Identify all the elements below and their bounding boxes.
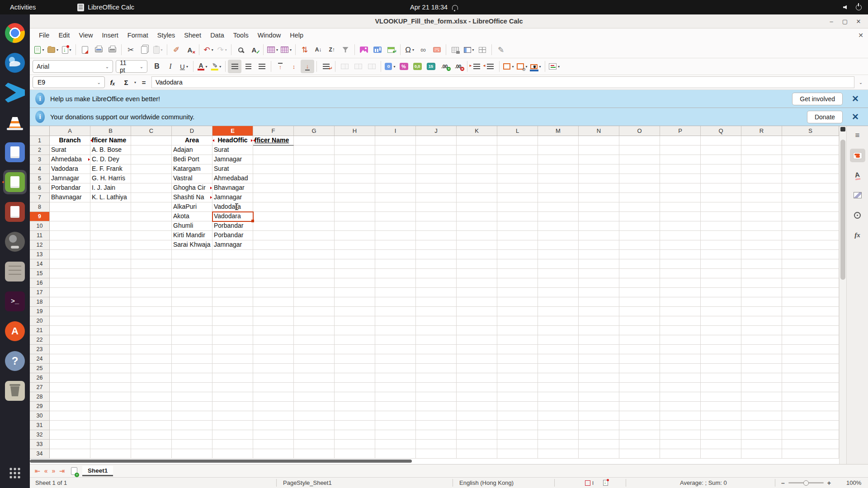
cell-H2[interactable] <box>335 145 375 155</box>
cell-A2[interactable]: Surat <box>50 145 90 155</box>
cell-C16[interactable] <box>131 278 172 288</box>
cell-N23[interactable] <box>579 345 619 354</box>
cell-R10[interactable] <box>741 221 782 231</box>
cell-N11[interactable] <box>579 231 619 240</box>
cell-K28[interactable] <box>457 392 497 402</box>
add-decimal-place-button[interactable]: .00 <box>438 60 451 73</box>
cell-Q22[interactable] <box>701 335 741 345</box>
cell-F18[interactable] <box>253 297 294 307</box>
cell-H28[interactable] <box>335 392 375 402</box>
cell-G24[interactable] <box>294 354 335 364</box>
cell-K13[interactable] <box>457 250 497 259</box>
fill-handle[interactable] <box>251 220 254 222</box>
cell-D34[interactable] <box>172 449 212 459</box>
cell-C30[interactable] <box>131 411 172 421</box>
format-as-number-button[interactable]: 0,0 <box>410 60 424 73</box>
menu-file[interactable]: File <box>34 30 54 40</box>
sidebar-sidebar-settings-button[interactable]: ≡ <box>850 129 865 142</box>
cell-D17[interactable] <box>172 288 212 297</box>
row-header-28[interactable]: 28 <box>30 392 50 402</box>
highlighting-color-button[interactable]: ✐▾ <box>209 60 223 73</box>
row-header-12[interactable]: 12 <box>30 240 50 250</box>
cell-R6[interactable] <box>741 183 782 193</box>
zoom-out-icon[interactable]: – <box>781 479 785 487</box>
border-color-dropdown-icon[interactable]: ▾ <box>539 65 541 69</box>
cell-B30[interactable] <box>90 411 131 421</box>
cell-S29[interactable] <box>782 402 839 411</box>
cell-D21[interactable] <box>172 326 212 335</box>
cell-O24[interactable] <box>619 354 660 364</box>
cell-M30[interactable] <box>538 411 579 421</box>
insert-special-character-button[interactable]: Ω▾ <box>403 43 416 56</box>
font-size-combo[interactable]: 11 pt ⌄ <box>116 60 147 73</box>
row-header-22[interactable]: 22 <box>30 335 50 345</box>
cell-L10[interactable] <box>497 221 538 231</box>
cell-J19[interactable] <box>416 307 457 316</box>
cell-N28[interactable] <box>579 392 619 402</box>
cell-S22[interactable] <box>782 335 839 345</box>
cell-O33[interactable] <box>619 440 660 449</box>
cell-Q26[interactable] <box>701 373 741 383</box>
cell-P34[interactable] <box>660 449 701 459</box>
cell-F4[interactable] <box>253 164 294 174</box>
cell-P10[interactable] <box>660 221 701 231</box>
cell-P27[interactable] <box>660 383 701 392</box>
cell-Q34[interactable] <box>701 449 741 459</box>
cell-R19[interactable] <box>741 307 782 316</box>
cell-C26[interactable] <box>131 373 172 383</box>
cell-K1[interactable] <box>457 136 497 145</box>
cell-P22[interactable] <box>660 335 701 345</box>
column-header-A[interactable]: A <box>50 126 90 136</box>
cell-R1[interactable] <box>741 136 782 145</box>
cell-B7[interactable]: K. L. Lathiya <box>90 193 131 202</box>
cell-O6[interactable] <box>619 183 660 193</box>
cell-D9[interactable]: Akota <box>172 212 212 221</box>
cell-D2[interactable]: Adajan <box>172 145 212 155</box>
cell-S32[interactable] <box>782 430 839 440</box>
cell-O19[interactable] <box>619 307 660 316</box>
cell-F22[interactable] <box>253 335 294 345</box>
cell-B9[interactable] <box>90 212 131 221</box>
cell-J18[interactable] <box>416 297 457 307</box>
open-button[interactable]: ▾ <box>46 43 60 56</box>
cell-H16[interactable] <box>335 278 375 288</box>
cell-B32[interactable] <box>90 430 131 440</box>
cell-Q1[interactable] <box>701 136 741 145</box>
cell-I17[interactable] <box>375 288 416 297</box>
column-header-L[interactable]: L <box>497 126 538 136</box>
cell-F13[interactable] <box>253 250 294 259</box>
cell-E28[interactable] <box>212 392 253 402</box>
cell-H6[interactable] <box>335 183 375 193</box>
cell-I2[interactable] <box>375 145 416 155</box>
cell-D24[interactable] <box>172 354 212 364</box>
cell-K22[interactable] <box>457 335 497 345</box>
cell-R21[interactable] <box>741 326 782 335</box>
cell-F12[interactable] <box>253 240 294 250</box>
cell-F3[interactable] <box>253 155 294 164</box>
cell-D1[interactable]: Area <box>172 136 212 145</box>
cell-L6[interactable] <box>497 183 538 193</box>
cell-P23[interactable] <box>660 345 701 354</box>
cell-I15[interactable] <box>375 269 416 278</box>
row-header-1[interactable]: 1 <box>30 136 50 145</box>
cell-P21[interactable] <box>660 326 701 335</box>
new-document-button[interactable]: ▾ <box>33 43 46 56</box>
cell-B26[interactable] <box>90 373 131 383</box>
border-style-button[interactable]: ▾ <box>515 60 529 73</box>
cell-J10[interactable] <box>416 221 457 231</box>
redo-dropdown-icon[interactable]: ▾ <box>225 48 227 52</box>
cell-G7[interactable] <box>294 193 335 202</box>
cell-Q8[interactable] <box>701 202 741 212</box>
cell-C22[interactable] <box>131 335 172 345</box>
insert-hyperlink-button[interactable]: ∞ <box>416 43 430 56</box>
titlebar[interactable]: VLOOKUP_Fill_the_form.xlsx - LibreOffice… <box>30 14 868 28</box>
cell-L16[interactable] <box>497 278 538 288</box>
row-header-4[interactable]: 4 <box>30 164 50 174</box>
italic-button[interactable]: I <box>164 60 177 73</box>
cell-M24[interactable] <box>538 354 579 364</box>
cell-A22[interactable] <box>50 335 90 345</box>
cell-H15[interactable] <box>335 269 375 278</box>
cell-L4[interactable] <box>497 164 538 174</box>
cell-C21[interactable] <box>131 326 172 335</box>
cell-H12[interactable] <box>335 240 375 250</box>
